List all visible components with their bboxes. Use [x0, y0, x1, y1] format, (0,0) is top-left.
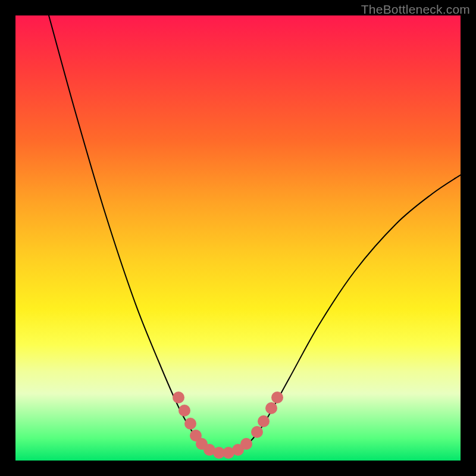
- highlight-marker: [271, 392, 283, 403]
- chart-svg: [15, 15, 461, 461]
- highlight-marker: [258, 415, 270, 427]
- highlight-marker: [173, 392, 184, 403]
- chart-frame: [15, 15, 461, 461]
- highlight-marker: [251, 426, 263, 438]
- bottleneck-curve: [49, 15, 461, 453]
- watermark-text: TheBottleneck.com: [361, 2, 470, 17]
- highlight-marker: [265, 402, 277, 414]
- highlight-marker: [184, 418, 196, 430]
- highlight-marker: [240, 438, 252, 450]
- highlight-marker: [178, 405, 190, 416]
- marker-group: [173, 392, 283, 459]
